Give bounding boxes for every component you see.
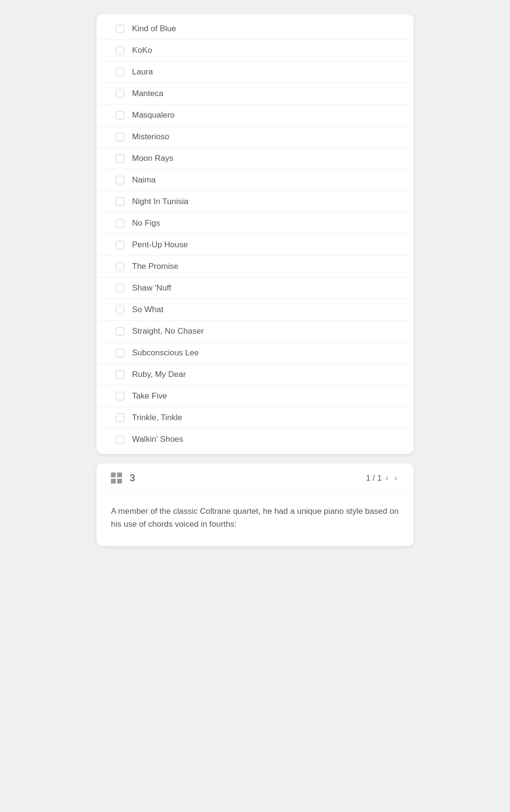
checkbox[interactable] <box>116 46 124 55</box>
song-title: Night In Tunisia <box>132 197 188 206</box>
song-title: Masqualero <box>132 110 175 120</box>
checkbox[interactable] <box>116 349 124 357</box>
song-title: Straight, No Chaser <box>132 327 204 336</box>
song-title: No Figs <box>132 218 160 228</box>
checkbox[interactable] <box>116 392 124 400</box>
list-item[interactable]: Manteca <box>97 83 413 105</box>
list-item[interactable]: Ruby, My Dear <box>97 364 413 386</box>
list-item[interactable]: No Figs <box>97 213 413 234</box>
list-item[interactable]: Walkin' Shoes <box>97 429 413 450</box>
song-title: Misterioso <box>132 132 169 142</box>
description-text: A member of the classic Coltrane quartet… <box>111 505 399 531</box>
footer-top: 3 1 / 1 ‹ › <box>97 463 413 493</box>
grid-dot <box>111 479 116 484</box>
checkbox[interactable] <box>116 262 124 271</box>
checkbox[interactable] <box>116 24 124 33</box>
song-title: KoKo <box>132 46 152 55</box>
list-item[interactable]: Straight, No Chaser <box>97 321 413 342</box>
pagination: 1 / 1 ‹ › <box>366 472 399 484</box>
pagination-next-button[interactable]: › <box>392 472 399 484</box>
checkbox[interactable] <box>116 305 124 314</box>
list-item[interactable]: The Promise <box>97 256 413 278</box>
list-item[interactable]: So What <box>97 299 413 321</box>
checkbox[interactable] <box>116 327 124 336</box>
pagination-text: 1 / 1 <box>366 473 382 483</box>
grid-dot <box>117 473 122 477</box>
checkbox[interactable] <box>116 111 124 120</box>
checkbox[interactable] <box>116 197 124 206</box>
song-title: Ruby, My Dear <box>132 370 186 379</box>
list-item[interactable]: Pent-Up House <box>97 234 413 256</box>
checkbox[interactable] <box>116 154 124 163</box>
list-item[interactable]: Trinkle, Tinkle <box>97 407 413 429</box>
page-container: Kind of BlueKoKoLauraMantecaMasqualeroMi… <box>0 10 510 812</box>
list-item[interactable]: Masqualero <box>97 105 413 126</box>
checkbox[interactable] <box>116 241 124 249</box>
song-title: Pent-Up House <box>132 240 188 250</box>
main-card: Kind of BlueKoKoLauraMantecaMasqualeroMi… <box>97 14 413 454</box>
footer-card: 3 1 / 1 ‹ › A member of the classic Colt… <box>97 463 413 546</box>
song-title: Shaw 'Nuff <box>132 283 171 293</box>
list-item[interactable]: Misterioso <box>97 126 413 148</box>
list-item[interactable]: Subconscious Lee <box>97 342 413 364</box>
checkbox[interactable] <box>116 413 124 422</box>
song-title: Kind of Blue <box>132 24 176 34</box>
selection-count: 3 <box>130 473 135 484</box>
song-title: So What <box>132 305 163 315</box>
song-title: Trinkle, Tinkle <box>132 413 182 423</box>
list-item[interactable]: Kind of Blue <box>97 18 413 40</box>
list-item[interactable]: Naima <box>97 170 413 191</box>
description-section: A member of the classic Coltrane quartet… <box>97 493 413 546</box>
list-item[interactable]: Laura <box>97 61 413 83</box>
list-item[interactable]: Shaw 'Nuff <box>97 278 413 299</box>
grid-dot <box>117 479 122 484</box>
grid-dot <box>111 473 116 477</box>
song-title: Laura <box>132 67 153 77</box>
song-title: Subconscious Lee <box>132 348 199 358</box>
checkbox[interactable] <box>116 176 124 184</box>
checkbox[interactable] <box>116 68 124 76</box>
checkbox[interactable] <box>116 284 124 292</box>
song-title: Take Five <box>132 391 167 401</box>
list-item[interactable]: KoKo <box>97 40 413 61</box>
checkbox[interactable] <box>116 435 124 444</box>
checkbox[interactable] <box>116 89 124 98</box>
song-title: Naima <box>132 175 156 185</box>
song-list: Kind of BlueKoKoLauraMantecaMasqualeroMi… <box>97 14 413 454</box>
checkbox[interactable] <box>116 219 124 228</box>
list-item[interactable]: Night In Tunisia <box>97 191 413 213</box>
checkbox[interactable] <box>116 133 124 141</box>
checkbox[interactable] <box>116 370 124 379</box>
grid-icon <box>111 473 122 484</box>
song-title: Moon Rays <box>132 154 173 163</box>
list-item[interactable]: Take Five <box>97 386 413 407</box>
song-title: Manteca <box>132 89 163 98</box>
song-title: Walkin' Shoes <box>132 435 183 444</box>
list-item[interactable]: Moon Rays <box>97 148 413 170</box>
pagination-prev-button[interactable]: ‹ <box>384 472 390 484</box>
song-title: The Promise <box>132 262 178 271</box>
